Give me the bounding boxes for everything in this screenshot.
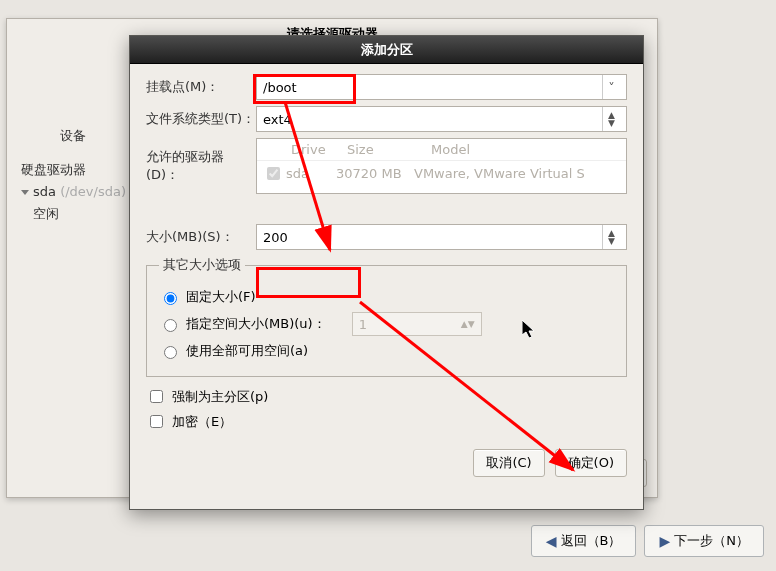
- tree-free-space[interactable]: 空闲: [17, 203, 147, 225]
- arrow-right-icon: ▶: [659, 533, 670, 549]
- size-spinner[interactable]: 200 ▲▼: [256, 224, 627, 250]
- fs-type-combo[interactable]: ext4 ▲▼: [256, 106, 627, 132]
- size-value: 200: [263, 230, 602, 245]
- radio-all-free-input[interactable]: [164, 346, 177, 359]
- radio-fixed-input[interactable]: [164, 292, 177, 305]
- size-label: 大小(MB)(S)：: [146, 228, 256, 246]
- drives-label: 允许的驱动器(D)：: [146, 148, 256, 184]
- check-force-primary-input[interactable]: [150, 390, 163, 403]
- dialog-title: 添加分区: [130, 36, 643, 64]
- check-encrypt[interactable]: 加密（E）: [146, 412, 627, 431]
- mount-point-value: /boot: [263, 80, 602, 95]
- mount-point-label: 挂载点(M)：: [146, 78, 256, 96]
- chevron-down-icon: [21, 190, 29, 195]
- drive-row-sda[interactable]: sda 30720 MB VMware, VMware Virtual S: [257, 161, 626, 186]
- updown-icon: ▲▼: [461, 320, 475, 328]
- radio-all-free[interactable]: 使用全部可用空间(a): [159, 342, 614, 360]
- tree-disk-sda[interactable]: sda (/dev/sda): [17, 181, 147, 203]
- radio-fixed[interactable]: 固定大小(F): [159, 288, 614, 306]
- upto-spinner: 1 ▲▼: [352, 312, 482, 336]
- tree-disks: 硬盘驱动器: [17, 159, 147, 181]
- cancel-button[interactable]: 取消(C): [473, 449, 544, 477]
- allowable-drives-list[interactable]: Drive Size Model sda 30720 MB VMware, VM…: [256, 138, 627, 194]
- size-options-fieldset: 其它大小选项 固定大小(F) 指定空间大小(MB)(u)： 1 ▲▼ 使用全部可…: [146, 256, 627, 377]
- drives-header: Drive Size Model: [257, 139, 626, 161]
- drive-checkbox: [267, 167, 280, 180]
- check-force-primary[interactable]: 强制为主分区(p): [146, 387, 627, 406]
- fs-type-value: ext4: [263, 112, 602, 127]
- chevron-down-icon[interactable]: ˅: [602, 75, 620, 99]
- ok-button[interactable]: 确定(O): [555, 449, 627, 477]
- fs-type-label: 文件系统类型(T)：: [146, 110, 256, 128]
- next-button[interactable]: ▶下一步（N）: [644, 525, 764, 557]
- back-button[interactable]: ◀返回（B）: [531, 525, 637, 557]
- size-options-legend: 其它大小选项: [159, 256, 245, 274]
- updown-icon[interactable]: ▲▼: [602, 225, 620, 249]
- arrow-left-icon: ◀: [546, 533, 557, 549]
- updown-icon[interactable]: ▲▼: [602, 107, 620, 131]
- add-partition-dialog: 添加分区 挂载点(M)： /boot ˅ 文件系统类型(T)： ext4 ▲▼ …: [129, 35, 644, 510]
- radio-upto[interactable]: 指定空间大小(MB)(u)： 1 ▲▼: [159, 312, 614, 336]
- radio-upto-input[interactable]: [164, 319, 177, 332]
- device-tree: 硬盘驱动器 sda (/dev/sda) 空闲: [17, 159, 147, 225]
- check-encrypt-input[interactable]: [150, 415, 163, 428]
- device-heading: 设备: [13, 127, 133, 145]
- wizard-nav: ◀返回（B） ▶下一步（N）: [531, 525, 764, 557]
- mount-point-combo[interactable]: /boot ˅: [256, 74, 627, 100]
